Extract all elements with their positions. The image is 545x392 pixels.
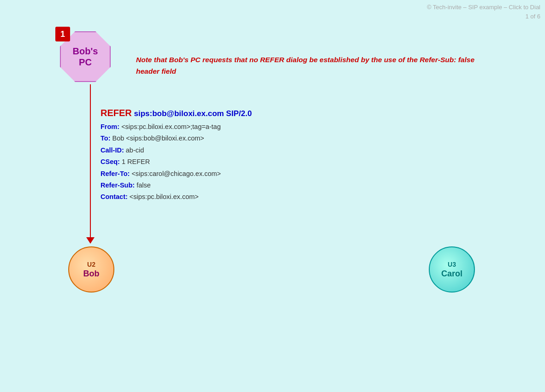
sip-contact: Contact: <sips:pc.biloxi.ex.com> — [101, 191, 252, 203]
copyright-text: © Tech-invite – SIP example – Click to D… — [427, 3, 540, 12]
sip-method: REFER — [101, 108, 132, 118]
sip-from: From: <sips:pc.biloxi.ex.com>;tag=a-tag — [101, 121, 252, 133]
contact-value: <sips:pc.biloxi.ex.com> — [130, 193, 199, 200]
contact-label: Contact: — [101, 193, 128, 200]
sip-uri: sips:bob@biloxi.ex.com SIP/2.0 — [134, 109, 252, 118]
refersub-label: Refer-Sub: — [101, 181, 135, 189]
u3-carol-node: U3 Carol — [429, 246, 475, 293]
sip-first-line: REFER sips:bob@biloxi.ex.com SIP/2.0 — [101, 105, 252, 121]
bobs-pc-container: 1 Bob's PC — [60, 31, 111, 82]
sip-cseq: CSeq: 1 REFER — [101, 156, 252, 168]
to-value: Bob <sips:bob@biloxi.ex.com> — [113, 135, 204, 142]
sip-refersub: Refer-Sub: false — [101, 180, 252, 191]
sip-referto: Refer-To: <sips:carol@chicago.ex.com> — [101, 168, 252, 180]
callid-value: ab-cid — [126, 146, 144, 154]
u3-label: U3 — [448, 260, 456, 269]
cseq-label: CSeq: — [101, 158, 120, 165]
u2-name: Bob — [83, 269, 100, 279]
note-text: Note that Bob's PC requests that no REFE… — [136, 54, 486, 77]
header: © Tech-invite – SIP example – Click to D… — [427, 3, 540, 21]
u2-bob-container: U2 Bob — [68, 246, 114, 293]
referto-label: Refer-To: — [101, 170, 130, 177]
from-label: From: — [101, 123, 119, 130]
sip-callid: Call-ID: ab-cid — [101, 145, 252, 156]
sip-message-block: REFER sips:bob@biloxi.ex.com SIP/2.0 Fro… — [101, 105, 252, 203]
sip-to: To: Bob <sips:bob@biloxi.ex.com> — [101, 133, 252, 144]
u2-label: U2 — [87, 260, 95, 269]
callid-label: Call-ID: — [101, 146, 124, 154]
cseq-value: 1 REFER — [122, 158, 150, 165]
to-label: To: — [101, 135, 110, 142]
u3-name: Carol — [441, 269, 462, 279]
from-value: <sips:pc.biloxi.ex.com>;tag=a-tag — [121, 123, 221, 130]
u3-carol-container: U3 Carol — [429, 246, 475, 293]
bobs-pc-label: Bob's PC — [73, 46, 98, 68]
arrow-line — [90, 84, 91, 241]
refersub-value: false — [136, 181, 151, 189]
arrow-head-icon — [86, 237, 95, 244]
referto-value: <sips:carol@chicago.ex.com> — [131, 170, 221, 177]
page-number: 1 of 6 — [427, 12, 540, 21]
u2-bob-node: U2 Bob — [68, 246, 114, 293]
step-badge: 1 — [55, 27, 70, 41]
